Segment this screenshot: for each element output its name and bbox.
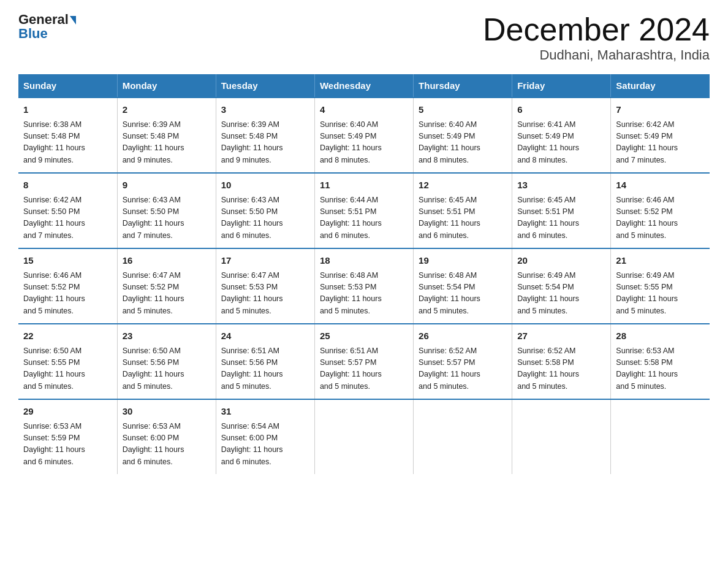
day-number: 17 — [221, 254, 309, 268]
day-info: Sunrise: 6:46 AM Sunset: 5:52 PM Dayligh… — [23, 270, 112, 318]
calendar-cell: 12Sunrise: 6:45 AM Sunset: 5:51 PM Dayli… — [414, 173, 512, 248]
calendar-cell: 15Sunrise: 6:46 AM Sunset: 5:52 PM Dayli… — [18, 248, 117, 324]
week-row-5: 29Sunrise: 6:53 AM Sunset: 5:59 PM Dayli… — [18, 399, 710, 474]
day-number: 22 — [23, 329, 112, 343]
col-header-saturday: Saturday — [611, 74, 710, 98]
day-info: Sunrise: 6:45 AM Sunset: 5:51 PM Dayligh… — [419, 194, 507, 242]
logo-arrow-icon — [70, 16, 76, 25]
calendar-cell: 7Sunrise: 6:42 AM Sunset: 5:49 PM Daylig… — [611, 98, 710, 173]
day-info: Sunrise: 6:42 AM Sunset: 5:50 PM Dayligh… — [23, 194, 112, 242]
title-block: December 2024 Dudhani, Maharashtra, Indi… — [483, 12, 710, 63]
logo: General Blue — [18, 12, 76, 42]
day-number: 25 — [320, 329, 408, 343]
calendar-cell — [314, 399, 413, 474]
day-number: 5 — [419, 103, 507, 117]
day-info: Sunrise: 6:52 AM Sunset: 5:58 PM Dayligh… — [517, 345, 605, 393]
calendar-cell: 29Sunrise: 6:53 AM Sunset: 5:59 PM Dayli… — [18, 399, 117, 474]
week-row-3: 15Sunrise: 6:46 AM Sunset: 5:52 PM Dayli… — [18, 248, 710, 324]
calendar-cell: 24Sunrise: 6:51 AM Sunset: 5:56 PM Dayli… — [216, 324, 314, 399]
day-info: Sunrise: 6:43 AM Sunset: 5:50 PM Dayligh… — [123, 194, 211, 242]
day-number: 28 — [616, 329, 705, 343]
day-number: 23 — [123, 329, 211, 343]
calendar-cell: 17Sunrise: 6:47 AM Sunset: 5:53 PM Dayli… — [216, 248, 314, 324]
calendar-cell: 2Sunrise: 6:39 AM Sunset: 5:48 PM Daylig… — [117, 98, 216, 173]
week-row-2: 8Sunrise: 6:42 AM Sunset: 5:50 PM Daylig… — [18, 173, 710, 248]
day-info: Sunrise: 6:47 AM Sunset: 5:52 PM Dayligh… — [123, 270, 211, 318]
calendar-cell: 20Sunrise: 6:49 AM Sunset: 5:54 PM Dayli… — [512, 248, 611, 324]
day-number: 10 — [221, 178, 309, 193]
calendar-cell — [512, 399, 611, 474]
calendar-cell: 19Sunrise: 6:48 AM Sunset: 5:54 PM Dayli… — [414, 248, 512, 324]
day-number: 15 — [23, 254, 112, 268]
col-header-monday: Monday — [117, 74, 216, 98]
day-info: Sunrise: 6:53 AM Sunset: 5:58 PM Dayligh… — [616, 345, 705, 393]
calendar-cell: 8Sunrise: 6:42 AM Sunset: 5:50 PM Daylig… — [18, 173, 117, 248]
day-info: Sunrise: 6:53 AM Sunset: 6:00 PM Dayligh… — [123, 421, 211, 469]
calendar-cell: 11Sunrise: 6:44 AM Sunset: 5:51 PM Dayli… — [314, 173, 413, 248]
day-info: Sunrise: 6:40 AM Sunset: 5:49 PM Dayligh… — [320, 119, 408, 167]
day-info: Sunrise: 6:48 AM Sunset: 5:53 PM Dayligh… — [320, 270, 408, 318]
calendar-cell: 16Sunrise: 6:47 AM Sunset: 5:52 PM Dayli… — [117, 248, 216, 324]
calendar-header-row: SundayMondayTuesdayWednesdayThursdayFrid… — [18, 74, 710, 98]
day-info: Sunrise: 6:52 AM Sunset: 5:57 PM Dayligh… — [419, 345, 507, 393]
calendar-cell: 3Sunrise: 6:39 AM Sunset: 5:48 PM Daylig… — [216, 98, 314, 173]
calendar-cell: 25Sunrise: 6:51 AM Sunset: 5:57 PM Dayli… — [314, 324, 413, 399]
calendar-cell: 18Sunrise: 6:48 AM Sunset: 5:53 PM Dayli… — [314, 248, 413, 324]
day-number: 18 — [320, 254, 408, 268]
day-number: 3 — [221, 103, 309, 117]
day-info: Sunrise: 6:40 AM Sunset: 5:49 PM Dayligh… — [419, 119, 507, 167]
day-number: 24 — [221, 329, 309, 343]
day-number: 8 — [23, 178, 112, 193]
day-info: Sunrise: 6:43 AM Sunset: 5:50 PM Dayligh… — [221, 194, 309, 242]
day-number: 4 — [320, 103, 408, 117]
col-header-sunday: Sunday — [18, 74, 117, 98]
col-header-thursday: Thursday — [414, 74, 512, 98]
calendar-cell — [414, 399, 512, 474]
day-info: Sunrise: 6:42 AM Sunset: 5:49 PM Dayligh… — [616, 119, 705, 167]
day-info: Sunrise: 6:54 AM Sunset: 6:00 PM Dayligh… — [221, 421, 309, 469]
col-header-tuesday: Tuesday — [216, 74, 314, 98]
calendar-cell: 28Sunrise: 6:53 AM Sunset: 5:58 PM Dayli… — [611, 324, 710, 399]
day-number: 7 — [616, 103, 705, 117]
calendar-cell: 31Sunrise: 6:54 AM Sunset: 6:00 PM Dayli… — [216, 399, 314, 474]
day-info: Sunrise: 6:50 AM Sunset: 5:55 PM Dayligh… — [23, 345, 112, 393]
day-info: Sunrise: 6:53 AM Sunset: 5:59 PM Dayligh… — [23, 421, 112, 469]
day-info: Sunrise: 6:46 AM Sunset: 5:52 PM Dayligh… — [616, 194, 705, 242]
calendar-cell: 23Sunrise: 6:50 AM Sunset: 5:56 PM Dayli… — [117, 324, 216, 399]
day-info: Sunrise: 6:48 AM Sunset: 5:54 PM Dayligh… — [419, 270, 507, 318]
day-number: 16 — [123, 254, 211, 268]
day-info: Sunrise: 6:49 AM Sunset: 5:55 PM Dayligh… — [616, 270, 705, 318]
logo-general-text: General — [18, 12, 69, 27]
day-number: 19 — [419, 254, 507, 268]
col-header-friday: Friday — [512, 74, 611, 98]
calendar-body: 1Sunrise: 6:38 AM Sunset: 5:48 PM Daylig… — [18, 98, 710, 474]
day-number: 2 — [123, 103, 211, 117]
day-number: 11 — [320, 178, 408, 193]
day-info: Sunrise: 6:41 AM Sunset: 5:49 PM Dayligh… — [517, 119, 605, 167]
day-info: Sunrise: 6:49 AM Sunset: 5:54 PM Dayligh… — [517, 270, 605, 318]
location-text: Dudhani, Maharashtra, India — [483, 47, 710, 63]
day-info: Sunrise: 6:45 AM Sunset: 5:51 PM Dayligh… — [517, 194, 605, 242]
day-number: 27 — [517, 329, 605, 343]
calendar-cell: 1Sunrise: 6:38 AM Sunset: 5:48 PM Daylig… — [18, 98, 117, 173]
calendar-cell: 5Sunrise: 6:40 AM Sunset: 5:49 PM Daylig… — [414, 98, 512, 173]
day-info: Sunrise: 6:47 AM Sunset: 5:53 PM Dayligh… — [221, 270, 309, 318]
day-info: Sunrise: 6:39 AM Sunset: 5:48 PM Dayligh… — [123, 119, 211, 167]
col-header-wednesday: Wednesday — [314, 74, 413, 98]
calendar-cell: 22Sunrise: 6:50 AM Sunset: 5:55 PM Dayli… — [18, 324, 117, 399]
calendar-cell: 13Sunrise: 6:45 AM Sunset: 5:51 PM Dayli… — [512, 173, 611, 248]
day-number: 30 — [123, 405, 211, 419]
day-number: 31 — [221, 405, 309, 419]
calendar-cell: 21Sunrise: 6:49 AM Sunset: 5:55 PM Dayli… — [611, 248, 710, 324]
week-row-1: 1Sunrise: 6:38 AM Sunset: 5:48 PM Daylig… — [18, 98, 710, 173]
calendar-cell: 9Sunrise: 6:43 AM Sunset: 5:50 PM Daylig… — [117, 173, 216, 248]
day-info: Sunrise: 6:39 AM Sunset: 5:48 PM Dayligh… — [221, 119, 309, 167]
day-info: Sunrise: 6:51 AM Sunset: 5:56 PM Dayligh… — [221, 345, 309, 393]
day-number: 9 — [123, 178, 211, 193]
logo-blue-text: Blue — [18, 26, 48, 42]
day-number: 20 — [517, 254, 605, 268]
day-info: Sunrise: 6:51 AM Sunset: 5:57 PM Dayligh… — [320, 345, 408, 393]
day-number: 13 — [517, 178, 605, 193]
calendar-cell: 10Sunrise: 6:43 AM Sunset: 5:50 PM Dayli… — [216, 173, 314, 248]
calendar-cell: 4Sunrise: 6:40 AM Sunset: 5:49 PM Daylig… — [314, 98, 413, 173]
